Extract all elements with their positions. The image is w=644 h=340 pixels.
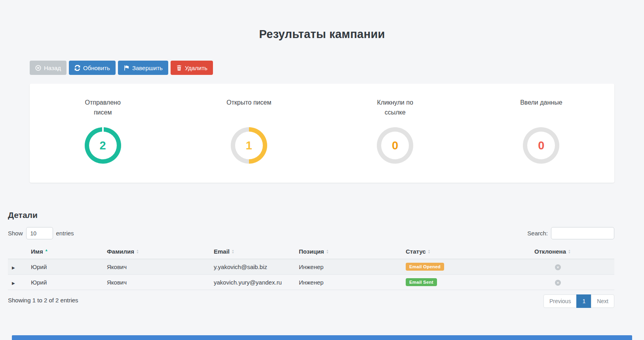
column-header-status[interactable]: Статус▲▼ xyxy=(402,244,530,259)
sort-ascending-icon: ▲ xyxy=(45,248,48,252)
search-control: Search: xyxy=(527,227,614,239)
refresh-icon xyxy=(74,65,80,71)
toolbar: Назад Обновить Завершить Удалить xyxy=(30,61,614,75)
footer-bar xyxy=(12,335,632,340)
cell-email: yakovich.yury@yandex.ru xyxy=(210,275,295,290)
stat-label: Отправлено писем xyxy=(77,98,129,118)
cell-position: Инженер xyxy=(295,275,402,290)
table-controls: Show entries Search: xyxy=(8,227,614,239)
sort-icon: ▲▼ xyxy=(428,249,431,254)
sort-icon: ▲▼ xyxy=(232,249,234,254)
stat-label: Ввели данные xyxy=(515,98,567,118)
expand-row-caret-icon[interactable]: ▶ xyxy=(12,266,15,270)
column-header-first-name[interactable]: Имя▲ xyxy=(27,244,103,259)
refresh-button[interactable]: Обновить xyxy=(69,61,116,75)
pagination-page-1[interactable]: 1 xyxy=(576,294,591,308)
emails-sent-donut-chart: 2 xyxy=(85,127,121,164)
results-table: Имя▲ Фамилия▲▼ Email▲▼ Позиция▲▼ Статус▲… xyxy=(8,244,614,290)
show-label: Show xyxy=(8,230,23,237)
stat-label: Открыто писем xyxy=(223,98,275,118)
campaign-results-page: Результаты кампании Назад Обновить Завер… xyxy=(0,0,644,308)
expander-column-header xyxy=(8,244,27,259)
page-size-select[interactable] xyxy=(26,227,53,239)
dismiss-icon[interactable]: ✕ xyxy=(555,280,561,286)
entries-label: entries xyxy=(56,230,74,237)
trash-icon xyxy=(176,65,182,71)
stat-emails-opened: Открыто писем 1 xyxy=(176,98,322,164)
cell-position: Инженер xyxy=(295,259,402,275)
cell-first-name: Юрий xyxy=(27,275,103,290)
sort-icon: ▲▼ xyxy=(326,249,329,254)
dismiss-icon[interactable]: ✕ xyxy=(555,264,561,270)
column-header-position[interactable]: Позиция▲▼ xyxy=(295,244,402,259)
details-heading: Детали xyxy=(8,210,614,220)
column-header-dismissed[interactable]: Отклонена▲▼ xyxy=(530,244,614,259)
submitted-data-donut-chart: 0 xyxy=(523,127,559,164)
expand-row-caret-icon[interactable]: ▶ xyxy=(12,281,15,285)
complete-button-label: Завершить xyxy=(132,65,163,71)
column-header-email[interactable]: Email▲▼ xyxy=(210,244,295,259)
page-length-control: Show entries xyxy=(8,227,74,239)
stat-clicked-link: Кликнули по ссылке 0 xyxy=(322,98,468,164)
table-summary: Showing 1 to 2 of 2 entries xyxy=(8,294,78,304)
status-badge: Email Sent xyxy=(406,278,437,286)
delete-button-label: Удалить xyxy=(185,65,207,71)
status-badge: Email Opened xyxy=(406,263,444,271)
stat-value: 0 xyxy=(392,139,398,152)
stats-panel: Отправлено писем 2 Открыто писем 1 Кликн… xyxy=(30,84,614,183)
flag-icon xyxy=(123,65,129,71)
stat-value: 2 xyxy=(100,139,106,152)
cell-last-name: Якович xyxy=(103,259,210,275)
sort-icon: ▲▼ xyxy=(136,249,139,254)
page-title: Результаты кампании xyxy=(0,0,644,41)
pagination-previous[interactable]: Previous xyxy=(543,294,577,308)
column-header-last-name[interactable]: Фамилия▲▼ xyxy=(103,244,210,259)
cell-last-name: Якович xyxy=(103,275,210,290)
stat-submitted-data: Ввели данные 0 xyxy=(468,98,614,164)
cell-email: y.yakovich@saib.biz xyxy=(210,259,295,275)
sort-icon: ▲▼ xyxy=(568,249,571,254)
table-row: ▶ Юрий Якович yakovich.yury@yandex.ru Ин… xyxy=(8,275,614,290)
pagination-next[interactable]: Next xyxy=(591,294,614,308)
clicked-link-donut-chart: 0 xyxy=(377,127,413,164)
back-button-label: Назад xyxy=(44,65,61,71)
stat-value: 0 xyxy=(538,139,544,152)
pagination: Previous 1 Next xyxy=(543,294,614,308)
complete-button[interactable]: Завершить xyxy=(118,61,168,75)
search-input[interactable] xyxy=(551,227,614,239)
delete-button[interactable]: Удалить xyxy=(171,61,213,75)
arrow-left-circle-icon xyxy=(35,65,41,71)
table-row: ▶ Юрий Якович y.yakovich@saib.biz Инжене… xyxy=(8,259,614,275)
table-header-row: Имя▲ Фамилия▲▼ Email▲▼ Позиция▲▼ Статус▲… xyxy=(8,244,614,259)
emails-opened-donut-chart: 1 xyxy=(231,127,267,164)
table-footer: Showing 1 to 2 of 2 entries Previous 1 N… xyxy=(8,294,614,308)
back-button[interactable]: Назад xyxy=(30,61,66,75)
cell-first-name: Юрий xyxy=(27,259,103,275)
search-label: Search: xyxy=(527,230,548,237)
refresh-button-label: Обновить xyxy=(83,65,110,71)
details-section: Детали Show entries Search: Имя xyxy=(8,210,614,308)
stat-value: 1 xyxy=(246,139,252,152)
stat-emails-sent: Отправлено писем 2 xyxy=(30,98,176,164)
stat-label: Кликнули по ссылке xyxy=(369,98,421,118)
